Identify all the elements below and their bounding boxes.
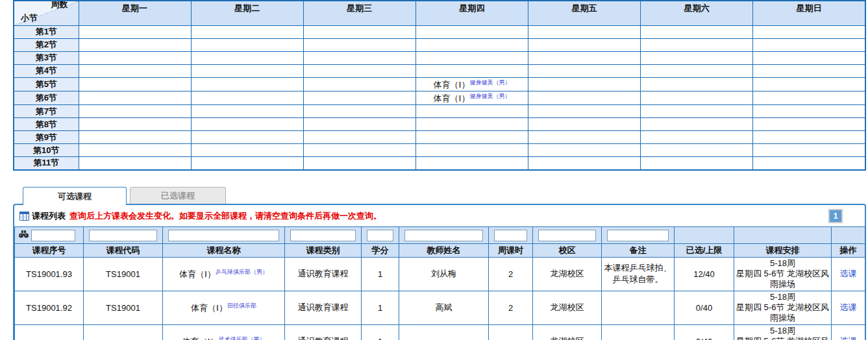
timetable-cell [415, 157, 528, 170]
timetable-cell [303, 38, 415, 51]
timetable-cell [528, 51, 641, 64]
binoculars-search-icon[interactable] [18, 230, 29, 241]
timetable-cell [641, 77, 753, 91]
timetable-cell [303, 64, 415, 77]
timetable-cell [641, 144, 753, 157]
timetable-cell [641, 157, 753, 170]
timetable-cell: 体育（Ⅰ）健身健美（男） [415, 91, 528, 104]
filter-cell-category [285, 226, 362, 243]
course-schedule: 5-18周星期四 5-6节 龙湖校区风雨操场 [736, 258, 830, 290]
filter-input-course_code[interactable] [89, 230, 157, 241]
timetable-cell [528, 157, 641, 170]
cell-action: 选课 [832, 291, 865, 324]
timetable-cell [415, 131, 528, 144]
filter-input-campus[interactable] [538, 230, 596, 241]
corner-cell: 周数 小节 [14, 1, 79, 25]
column-header-teacher: 教师姓名 [399, 243, 489, 257]
timetable-cell [79, 118, 191, 131]
filter-input-remark[interactable] [607, 230, 669, 241]
timetable-cell [79, 38, 191, 51]
select-course-link[interactable]: 选课 [840, 302, 857, 312]
timetable-cell [753, 51, 865, 64]
filter-input-weekly_hours[interactable] [494, 230, 527, 241]
select-course-link[interactable]: 选课 [840, 336, 857, 340]
filter-input-teacher[interactable] [404, 230, 483, 241]
timetable-cell [753, 105, 865, 118]
course-name: 体育（Ⅰ）武术俱乐部（男） [182, 337, 266, 340]
course-tag-link[interactable]: 乒乓球俱乐部（男） [216, 269, 268, 275]
course-tag-link[interactable]: 健身健美（男） [469, 79, 510, 86]
course-name: 体育（Ⅰ）田径俱乐部 [191, 303, 256, 313]
period-label: 第10节 [14, 144, 79, 157]
timetable-cell [303, 131, 415, 144]
timetable-cell [641, 131, 753, 144]
timetable-cell [641, 38, 753, 51]
filter-cell-campus [533, 226, 602, 243]
course-list-notice: 查询后上方课表会发生变化。如要显示全部课程，请清空查询条件后再做一次查询。 [69, 210, 382, 222]
timetable-cell [415, 38, 528, 51]
timetable-cell [191, 51, 303, 64]
timetable-row: 第7节 [14, 105, 865, 118]
cell-course_no: TS19001.92 [15, 291, 84, 324]
cell-course_code: TS19001 [84, 291, 163, 324]
tab-selected-courses[interactable]: 已选课程 [130, 187, 226, 204]
filter-input-credits[interactable] [367, 230, 393, 241]
day-header-6: 星期六 [641, 1, 753, 25]
timetable-cell [528, 77, 641, 91]
course-tag-link[interactable]: 健身健美（男） [469, 93, 510, 99]
timetable-cell [191, 131, 303, 144]
select-course-link[interactable]: 选课 [840, 269, 857, 278]
timetable-cell [79, 25, 191, 38]
cell-action: 选课 [832, 324, 865, 340]
filter-input-name[interactable] [168, 230, 279, 241]
course-tag-link[interactable]: 田径俱乐部 [227, 302, 256, 309]
timetable-row: 第11节 [14, 157, 865, 170]
filter-input-category[interactable] [290, 230, 356, 241]
period-label: 第9节 [14, 131, 79, 144]
tab-bar: 可选课程 已选课程 [23, 186, 866, 204]
course-table-body: TS19001.93TS19001体育（Ⅰ）乒乓球俱乐部（男）通识教育课程1刘从… [15, 257, 865, 340]
day-header-3: 星期三 [303, 1, 415, 25]
timetable-cell [191, 118, 303, 131]
cell-enrolled_limit: 0/40 [675, 324, 734, 340]
filter-cell-schedule [734, 226, 832, 243]
timetable-cell [528, 64, 641, 77]
timetable-cell [79, 131, 191, 144]
column-header-course_code: 课程代码 [84, 243, 163, 257]
course-selection-section: 可选课程 已选课程 课程列表 查询后上方课表会发生变化。如要显示全部课程，请清空… [13, 186, 866, 340]
timetable-cell [641, 25, 753, 38]
cell-course_no: TS19001.93 [15, 257, 84, 291]
timetable-cell [753, 157, 865, 170]
course-tag-link[interactable]: 武术俱乐部（男） [218, 336, 265, 340]
timetable-cell [641, 64, 753, 77]
page: 周数 小节 星期一星期二星期三星期四星期五星期六星期日 第1节第2节第3节第4节… [0, 0, 868, 340]
scheduled-course: 体育（Ⅰ）健身健美（男） [434, 80, 511, 90]
cell-credits: 1 [362, 324, 399, 340]
column-header-course_no: 课程序号 [15, 243, 84, 257]
column-header-schedule: 课程安排 [734, 243, 832, 257]
timetable-cell [191, 38, 303, 51]
cell-category: 通识教育课程 [285, 257, 362, 291]
cell-weekly_hours [489, 324, 533, 340]
timetable-row: 第3节 [14, 51, 865, 64]
period-label: 第7节 [14, 105, 79, 118]
filter-input-course_no[interactable] [31, 230, 75, 241]
tab-available-courses[interactable]: 可选课程 [23, 187, 127, 205]
period-label: 第1节 [14, 25, 79, 38]
timetable-cell [303, 118, 415, 131]
page-number-badge[interactable]: 1 [828, 209, 843, 223]
course-row: TS19001.93TS19001体育（Ⅰ）乒乓球俱乐部（男）通识教育课程1刘从… [15, 257, 865, 291]
period-label: 第5节 [14, 77, 79, 91]
day-header-1: 星期一 [79, 1, 191, 25]
timetable-cell [753, 118, 865, 131]
timetable-cell [641, 91, 753, 104]
course-row: 体育（Ⅰ）武术俱乐部（男）通识教育课程1龙湖校区0/405-18周星期四 5-6… [15, 324, 865, 340]
day-header-5: 星期五 [528, 1, 641, 25]
timetable-cell [79, 105, 191, 118]
timetable-cell [191, 25, 303, 38]
timetable-cell [79, 91, 191, 104]
column-header-action: 操作 [832, 243, 865, 257]
column-header-weekly_hours: 周课时 [489, 243, 533, 257]
period-label: 第4节 [14, 64, 79, 77]
timetable-row: 第2节 [14, 38, 865, 51]
